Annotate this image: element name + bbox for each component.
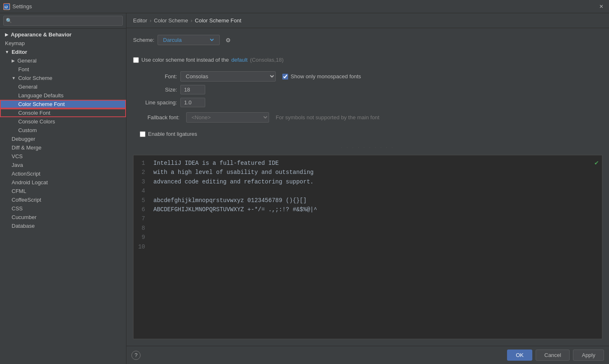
sidebar-item-label: Java bbox=[12, 162, 23, 168]
content-area: Editor › Color Scheme › Color Scheme Fon… bbox=[126, 13, 609, 364]
app-icon: IJ bbox=[3, 3, 10, 10]
sidebar-item-font[interactable]: Font bbox=[0, 65, 126, 74]
action-buttons: OK Cancel Apply bbox=[507, 350, 604, 361]
font-settings: Font: Consolas Show only monospaced font… bbox=[133, 71, 602, 107]
sidebar-item-label: Database bbox=[12, 223, 35, 229]
breadcrumb-sep1: › bbox=[150, 17, 151, 24]
sidebar-item-diff-merge[interactable]: Diff & Merge bbox=[0, 143, 126, 152]
sidebar-item-label: Console Colors bbox=[18, 118, 55, 125]
font-select[interactable]: Consolas bbox=[180, 71, 276, 82]
line-num-6: 6 bbox=[137, 205, 145, 214]
use-font-row: Use color scheme font instead of the def… bbox=[133, 53, 602, 66]
line-num-2: 2 bbox=[137, 168, 145, 177]
sidebar-item-label: Editor bbox=[12, 49, 27, 55]
sidebar-item-label: Cucumber bbox=[12, 214, 36, 220]
monospace-checkbox[interactable] bbox=[282, 74, 288, 80]
breadcrumb-sep2: › bbox=[191, 17, 192, 24]
size-label: Size: bbox=[140, 87, 177, 93]
sidebar-item-label: CFML bbox=[12, 188, 26, 194]
sidebar-item-color-scheme[interactable]: ▼ Color Scheme bbox=[0, 74, 126, 82]
preview-area: 1 2 3 4 5 6 7 8 9 10 IntelliJ IDEA is a … bbox=[133, 155, 602, 339]
size-row: Size: 18 bbox=[140, 85, 602, 94]
sidebar-item-console-font[interactable]: Console Font bbox=[0, 108, 126, 117]
bottom-bar: ? OK Cancel Apply bbox=[126, 346, 609, 364]
sidebar-item-cfml[interactable]: CFML bbox=[0, 187, 126, 195]
sidebar-item-appearance-behavior[interactable]: ▶ Appearance & Behavior bbox=[0, 30, 126, 39]
sidebar-nav: ▶ Appearance & Behavior Keymap ▼ Editor … bbox=[0, 29, 126, 364]
search-wrapper: 🔍 bbox=[3, 16, 123, 26]
arrow-icon: ▼ bbox=[12, 76, 16, 80]
cancel-button[interactable]: Cancel bbox=[536, 350, 570, 361]
breadcrumb-color-scheme: Color Scheme bbox=[154, 17, 188, 24]
sidebar-item-actionscript[interactable]: ActionScript bbox=[0, 169, 126, 178]
sidebar-item-vcs[interactable]: VCS bbox=[0, 152, 126, 161]
size-input[interactable]: 18 bbox=[180, 85, 205, 94]
line-spacing-row: Line spacing: bbox=[140, 98, 602, 107]
sidebar-item-label: Appearance & Behavior bbox=[11, 31, 72, 38]
title-bar-left: IJ Settings bbox=[3, 3, 32, 10]
sidebar-item-custom[interactable]: Custom bbox=[0, 126, 126, 135]
sidebar-item-label: Debugger bbox=[12, 136, 35, 142]
search-bar: 🔍 bbox=[0, 13, 126, 29]
apply-button[interactable]: Apply bbox=[573, 350, 604, 361]
ok-button[interactable]: OK bbox=[507, 350, 532, 361]
arrow-icon: ▶ bbox=[5, 32, 8, 37]
help-button[interactable]: ? bbox=[131, 351, 141, 360]
font-row: Font: Consolas Show only monospaced font… bbox=[140, 71, 602, 82]
use-font-label: Use color scheme font instead of the bbox=[141, 57, 229, 63]
scheme-dropdown[interactable]: Darcula Default High Contrast bbox=[158, 35, 220, 45]
sidebar-item-label: General bbox=[17, 58, 36, 64]
search-input[interactable] bbox=[3, 16, 123, 26]
sidebar-item-android-logcat[interactable]: Android Logcat bbox=[0, 178, 126, 187]
font-label: Font: bbox=[140, 73, 177, 80]
arrow-icon: ▼ bbox=[5, 50, 9, 54]
checkmark-icon: ✔ bbox=[594, 159, 599, 167]
fallback-label: Fallback font: bbox=[133, 114, 183, 121]
sidebar-item-database[interactable]: Database bbox=[0, 222, 126, 230]
line-spacing-input[interactable] bbox=[180, 98, 205, 107]
line-num-4: 4 bbox=[137, 186, 145, 195]
fallback-select-wrap: <None> bbox=[186, 112, 269, 123]
sidebar-item-general[interactable]: ▶ General bbox=[0, 56, 126, 65]
preview-code: IntelliJ IDEA is a full-featured IDE wit… bbox=[148, 155, 602, 339]
sidebar-item-label: Console Font bbox=[18, 110, 50, 116]
ligatures-checkbox[interactable] bbox=[140, 131, 146, 137]
gear-button[interactable]: ⚙ bbox=[223, 36, 233, 44]
dots-divider: · · · · · · · · · · bbox=[133, 145, 602, 150]
scheme-select[interactable]: Darcula Default High Contrast bbox=[161, 36, 215, 43]
sidebar-item-label: Color Scheme Font bbox=[18, 101, 65, 107]
close-button[interactable]: × bbox=[597, 2, 606, 11]
sidebar-item-coffeescript[interactable]: CoffeeScript bbox=[0, 195, 126, 204]
sidebar-item-cucumber[interactable]: Cucumber bbox=[0, 213, 126, 222]
arrow-icon: ▶ bbox=[12, 58, 15, 63]
line-num-5: 5 bbox=[137, 196, 145, 205]
sidebar-item-label: Custom bbox=[18, 127, 37, 133]
breadcrumb-color-scheme-font: Color Scheme Font bbox=[195, 17, 241, 24]
settings-content: Scheme: Darcula Default High Contrast ⚙ … bbox=[126, 28, 609, 346]
sidebar-item-console-colors[interactable]: Console Colors bbox=[0, 117, 126, 126]
sidebar-item-label: Color Scheme bbox=[18, 75, 52, 81]
sidebar-item-color-scheme-general[interactable]: General bbox=[0, 82, 126, 91]
scheme-label: Scheme: bbox=[133, 37, 154, 43]
use-font-checkbox[interactable] bbox=[133, 57, 139, 63]
line-num-8: 8 bbox=[137, 224, 145, 233]
sidebar-item-debugger[interactable]: Debugger bbox=[0, 135, 126, 143]
sidebar-item-label: Keymap bbox=[5, 40, 25, 46]
sidebar-item-label: Android Logcat bbox=[12, 179, 48, 186]
title-bar: IJ Settings × bbox=[0, 0, 609, 13]
breadcrumb-editor: Editor bbox=[133, 17, 147, 24]
svg-text:IJ: IJ bbox=[5, 5, 8, 9]
breadcrumb: Editor › Color Scheme › Color Scheme Fon… bbox=[126, 13, 609, 28]
sidebar-item-css[interactable]: CSS bbox=[0, 204, 126, 213]
fallback-select[interactable]: <None> bbox=[186, 112, 269, 123]
line-spacing-label: Line spacing: bbox=[140, 99, 177, 106]
sidebar-item-java[interactable]: Java bbox=[0, 161, 126, 169]
sidebar-item-language-defaults[interactable]: Language Defaults bbox=[0, 91, 126, 100]
sidebar-item-editor[interactable]: ▼ Editor bbox=[0, 48, 126, 56]
sidebar-item-label: Diff & Merge bbox=[12, 145, 41, 151]
sidebar-item-color-scheme-font[interactable]: Color Scheme Font bbox=[0, 100, 126, 108]
line-num-1: 1 bbox=[137, 159, 145, 168]
sidebar-item-keymap[interactable]: Keymap bbox=[0, 39, 126, 48]
line-num-3: 3 bbox=[137, 177, 145, 186]
default-link[interactable]: default bbox=[231, 57, 247, 63]
